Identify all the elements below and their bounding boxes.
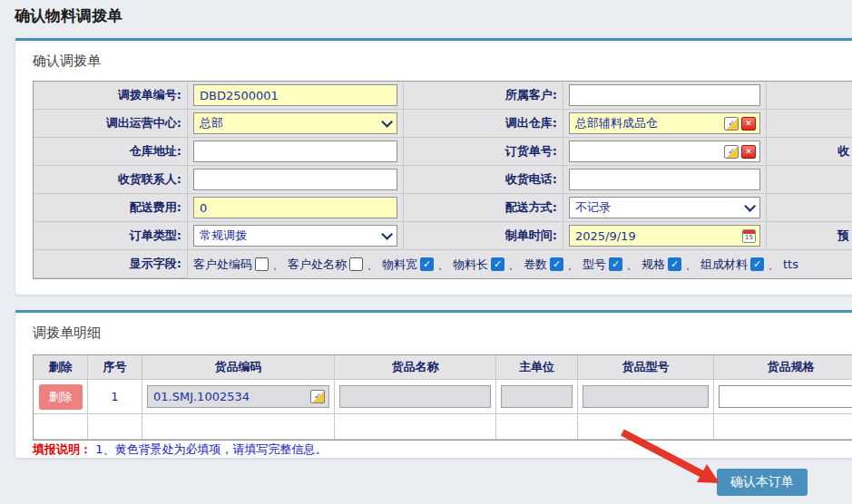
page-title: 确认物料调拨单 bbox=[15, 5, 122, 26]
out-center-value: 总部 bbox=[200, 115, 381, 131]
order-type-select[interactable]: 常规调拨 bbox=[193, 225, 397, 247]
col-header-spec: 货品规格 bbox=[714, 355, 852, 380]
item-model-field bbox=[583, 385, 709, 408]
col-header-code: 货品编码 bbox=[142, 355, 335, 380]
empty-cell bbox=[34, 414, 88, 440]
chevron-down-icon bbox=[381, 228, 393, 240]
order-type-value: 常规调拨 bbox=[200, 228, 381, 244]
receiver-phone-input[interactable] bbox=[569, 169, 760, 190]
item-code-field[interactable]: 01.SMJ.1002534 ✓ bbox=[147, 385, 329, 408]
warehouse-addr-input[interactable] bbox=[193, 141, 397, 162]
picker-icon[interactable]: ✓ bbox=[724, 117, 739, 131]
delivery-method-value: 不记录 bbox=[575, 199, 744, 216]
separator: 、 bbox=[508, 257, 520, 273]
checkbox-label: 组成材料 bbox=[700, 257, 748, 273]
empty-cell bbox=[578, 414, 714, 440]
picker-icon[interactable]: ✓ bbox=[310, 390, 325, 403]
receiver-label: 收货联系人: bbox=[34, 166, 188, 194]
clipped-col3-row1 bbox=[767, 82, 852, 110]
clipped-col3-row4 bbox=[767, 166, 852, 194]
checkbox-item[interactable]: 客户处编码 bbox=[193, 257, 270, 273]
checkbox[interactable]: ✓ bbox=[491, 257, 504, 271]
customer-label: 所属客户: bbox=[404, 82, 563, 110]
clipped-col3-label-addr: 收 bbox=[767, 138, 852, 166]
checkbox-label: 物料长 bbox=[453, 257, 488, 273]
checkbox-label: 卷数 bbox=[524, 257, 547, 273]
checkbox-label: 物料宽 bbox=[382, 257, 417, 273]
delivery-method-label: 配送方式: bbox=[404, 194, 563, 222]
create-time-value: 2025/9/19 bbox=[575, 229, 739, 243]
note-label: 填报说明： bbox=[33, 442, 92, 456]
item-unit-field bbox=[501, 385, 573, 408]
separator: 、 bbox=[437, 257, 449, 273]
item-spec-input[interactable] bbox=[719, 385, 852, 408]
table-row: 删除 bbox=[34, 380, 88, 414]
delivery-fee-input[interactable] bbox=[193, 197, 397, 218]
checkbox[interactable]: ✓ bbox=[609, 257, 622, 271]
receiver-phone-label: 收货电话: bbox=[404, 166, 563, 194]
checkbox-label: 规格 bbox=[641, 257, 665, 273]
delivery-fee-label: 配送费用: bbox=[34, 194, 188, 222]
row-seq: 1 bbox=[88, 380, 142, 414]
picker-icon[interactable]: ✓ bbox=[724, 145, 739, 159]
transfer-detail-panel: 调拨单明细 删除 序号 货品编码 货品名称 主单位 货品型号 货品规格 删除 1… bbox=[15, 310, 852, 458]
delivery-method-select[interactable]: 不记录 bbox=[569, 197, 760, 218]
empty-cell bbox=[714, 414, 852, 440]
clipped-col3-row2 bbox=[767, 110, 852, 138]
confirm-order-button[interactable]: 确认本订单 bbox=[717, 469, 808, 496]
form-section-title: 确认调拨单 bbox=[33, 53, 852, 70]
calendar-icon[interactable]: 15 bbox=[742, 229, 756, 243]
checkbox[interactable]: ✓ bbox=[420, 257, 434, 271]
out-center-label: 调出运营中心: bbox=[34, 110, 188, 138]
col-header-delete: 删除 bbox=[34, 355, 88, 380]
checkbox-label: 客户处编码 bbox=[193, 257, 252, 273]
separator: 、 bbox=[768, 257, 779, 273]
item-name-field bbox=[339, 385, 491, 408]
separator: 、 bbox=[272, 257, 284, 273]
separator: 、 bbox=[685, 257, 697, 273]
customer-input[interactable] bbox=[569, 84, 760, 106]
checkbox-label-clipped: tts bbox=[783, 257, 798, 271]
separator: 、 bbox=[367, 257, 378, 273]
transfer-no-label: 调拨单编号: bbox=[34, 82, 188, 110]
checkbox-item[interactable]: 规格 ✓ bbox=[641, 257, 683, 273]
checkbox[interactable]: ✓ bbox=[550, 257, 563, 271]
order-no-field[interactable]: ✓ ✕ bbox=[569, 141, 760, 162]
order-type-label: 订单类型: bbox=[34, 222, 188, 250]
empty-cell bbox=[88, 414, 142, 440]
checkbox[interactable] bbox=[255, 257, 269, 271]
col-header-model: 货品型号 bbox=[578, 355, 714, 380]
out-center-select[interactable]: 总部 bbox=[193, 112, 397, 134]
checkbox-label: 客户处名称 bbox=[288, 257, 347, 273]
checkbox[interactable] bbox=[349, 257, 363, 271]
checkbox-item[interactable]: 物料长 ✓ bbox=[453, 257, 506, 273]
separator: 、 bbox=[626, 257, 638, 273]
checkbox-item[interactable]: 组成材料 ✓ bbox=[700, 257, 766, 273]
col-header-seq: 序号 bbox=[88, 355, 142, 380]
checkbox-item[interactable]: 物料宽 ✓ bbox=[382, 257, 436, 273]
out-warehouse-value: 总部辅料成品仓 bbox=[575, 115, 721, 131]
create-time-field[interactable]: 2025/9/19 15 bbox=[569, 225, 760, 247]
checkbox-label: 型号 bbox=[583, 257, 606, 273]
clear-icon[interactable]: ✕ bbox=[741, 145, 756, 159]
confirm-transfer-panel: 确认调拨单 调拨单编号: 所属客户: 调出运营中心: 总部 调出仓库: 总部辅料… bbox=[15, 38, 852, 295]
fill-note: 填报说明： 1、黄色背景处为必填项，请填写完整信息。 bbox=[33, 441, 327, 458]
transfer-form-table: 调拨单编号: 所属客户: 调出运营中心: 总部 调出仓库: 总部辅料成品仓 ✓ … bbox=[33, 81, 852, 279]
transfer-no-input[interactable] bbox=[193, 84, 397, 106]
clipped-col3-row5 bbox=[767, 194, 852, 222]
chevron-down-icon bbox=[744, 200, 756, 212]
checkbox[interactable]: ✓ bbox=[668, 257, 681, 271]
clipped-col3-label-eta: 预 bbox=[767, 222, 852, 250]
checkbox[interactable]: ✓ bbox=[750, 257, 764, 271]
out-warehouse-label: 调出仓库: bbox=[404, 110, 563, 138]
empty-cell bbox=[335, 414, 496, 440]
detail-section-title: 调拨单明细 bbox=[33, 325, 852, 342]
clear-icon[interactable]: ✕ bbox=[741, 117, 756, 131]
checkbox-item[interactable]: 型号 ✓ bbox=[583, 257, 624, 273]
delete-row-button[interactable]: 删除 bbox=[39, 384, 83, 410]
receiver-input[interactable] bbox=[193, 169, 397, 190]
checkbox-item[interactable]: 客户处名称 bbox=[288, 257, 365, 273]
out-warehouse-field[interactable]: 总部辅料成品仓 ✓ ✕ bbox=[569, 112, 760, 134]
display-fields-label: 显示字段: bbox=[34, 250, 188, 278]
checkbox-item[interactable]: 卷数 ✓ bbox=[524, 257, 565, 273]
